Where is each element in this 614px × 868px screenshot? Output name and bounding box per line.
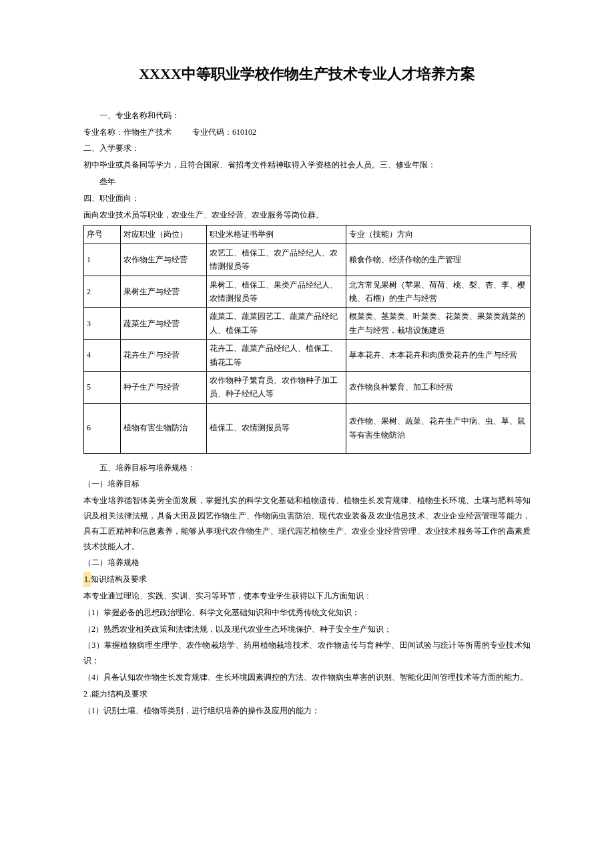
major-name: 专业名称：作物生产技术 [83,125,190,140]
knowledge-heading: 1.知识结构及要求 [83,572,531,587]
cell-cert: 农艺工、植保工、农产品经纪人、农情测报员等 [207,244,346,276]
knowledge-item-3: （3）掌握植物病理生理学、农作物栽培学、药用植物栽培技术、农作物遗传与育种学、田… [83,638,531,669]
cell-job: 农作物生产与经营 [121,244,207,276]
knowledge-item-1: （1）掌握必备的思想政治理论、科学文化基础知识和中华优秀传统文化知识； [83,605,531,620]
table-row: 2 果树生产与经营 果树工、植保工、果类产品经纪人、农情测报员等 北方常见果树（… [84,276,531,308]
major-info-line: 专业名称：作物生产技术 专业代码：610102 [83,125,531,140]
cell-dir: 农作物、果树、蔬菜、花卉生产中病、虫、草、鼠等有害生物防治 [346,403,531,453]
section-2-heading: 二、入学要求： [83,141,531,156]
table-row: 5 种子生产与经营 农作物种子繁育员、农作物种子加工员、种子经纪人等 农作物良种… [84,371,531,403]
sub-heading-spec: （二）培养规格 [83,555,531,570]
knowledge-item-2: （2）熟悉农业相关政策和法律法规，以及现代农业生态环境保护、种子安全生产知识； [83,622,531,637]
table-row: 4 花卉生产与经营 花卉工、蔬菜产品经纪人、植保工、插花工等 草本花卉、木本花卉… [84,340,531,372]
cell-job: 蔬菜生产与经营 [121,308,207,340]
table-row: 3 蔬菜生产与经营 蔬菜工、蔬菜园艺工、蔬菜产品经纪人、植保工等 根菜类、茎菜类… [84,308,531,340]
section-4-body: 面向农业技术员等职业，农业生产、农业经营、农业服务等岗位群。 [83,207,531,223]
cell-job: 种子生产与经营 [121,371,207,403]
th-no: 序号 [84,226,121,244]
cell-dir: 北方常见果树（苹果、荷荷、桃、梨、杏、李、樱桃、石榴）的生产与经营 [346,276,531,308]
cell-no: 6 [84,403,121,453]
table-row: 1 农作物生产与经营 农艺工、植保工、农产品经纪人、农情测报员等 粮食作物、经济… [84,244,531,276]
section-4-heading: 四、职业面向： [83,191,531,206]
cell-job: 花卉生产与经营 [121,340,207,372]
page-title: XXXX中等职业学校作物生产技术专业人才培养方案 [83,60,531,88]
sub-heading-goal: （一）培养目标 [83,476,531,492]
section-5-heading: 五、培养目标与培养规格： [83,460,531,476]
cell-cert: 花卉工、蔬菜产品经纪人、植保工、插花工等 [207,340,346,372]
job-table: 序号 对应职业（岗位） 职业米格证书举例 专业（技能）方向 1 农作物生产与经营… [83,225,531,453]
cell-no: 1 [84,244,121,276]
section-2-body: 初中毕业或具备同等学力，且符合国家、省招考文件精神取得入学资格的社会人员。三、修… [83,157,531,173]
th-job: 对应职业（岗位） [121,226,207,244]
highlight-marker: 1. [83,572,91,587]
ability-heading: 2 .能力结构及要求 [83,687,531,702]
table-row: 6 植物有害生物防治 植保工、农情测报员等 农作物、果树、蔬菜、花卉生产中病、虫… [84,403,531,453]
cell-job: 植物有害生物防治 [121,403,207,453]
goal-body: 本专业培养德智体美劳全面发展，掌握扎实的科学文化基础和植物遗传、植物生长发育规律… [83,493,531,554]
major-code: 专业代码：610102 [192,127,256,137]
knowledge-intro: 本专业通过理论、实践、实训、实习等环节，使本专业学生获得以下几方面知识： [83,588,531,604]
th-cert: 职业米格证书举例 [207,226,346,244]
cell-cert: 农作物种子繁育员、农作物种子加工员、种子经纪人等 [207,371,346,403]
cell-no: 3 [84,308,121,340]
section-1-heading: 一、专业名称和代码： [83,108,531,123]
knowledge-heading-text: 知识结构及要求 [91,574,147,584]
cell-cert: 植保工、农情测报员等 [207,403,346,453]
cell-no: 4 [84,340,121,372]
cell-dir: 草本花卉、木本花卉和肉质类花卉的生产与经营 [346,340,531,372]
cell-job: 果树生产与经营 [121,276,207,308]
cell-dir: 根菜类、茎菜类、叶菜类、花菜类、果菜类蔬菜的生产与经营，栽培设施建造 [346,308,531,340]
table-header-row: 序号 对应职业（岗位） 职业米格证书举例 专业（技能）方向 [84,226,531,244]
cell-no: 2 [84,276,121,308]
cell-dir: 粮食作物、经济作物的生产管理 [346,244,531,276]
knowledge-item-4: （4）具备认知农作物生长发育规律、生长环境因素调控的方法、农作物病虫草害的识别、… [83,670,531,685]
ability-item-1: （1）识别土壤、植物等类别，进行组织培养的操作及应用的能力； [83,703,531,719]
cell-cert: 果树工、植保工、果类产品经纪人、农情测报员等 [207,276,346,308]
th-dir: 专业（技能）方向 [346,226,531,244]
cell-cert: 蔬菜工、蔬菜园艺工、蔬菜产品经纪人、植保工等 [207,308,346,340]
cell-no: 5 [84,371,121,403]
section-3-body: 叁年 [83,174,531,189]
cell-dir: 农作物良种繁育、加工和经营 [346,371,531,403]
